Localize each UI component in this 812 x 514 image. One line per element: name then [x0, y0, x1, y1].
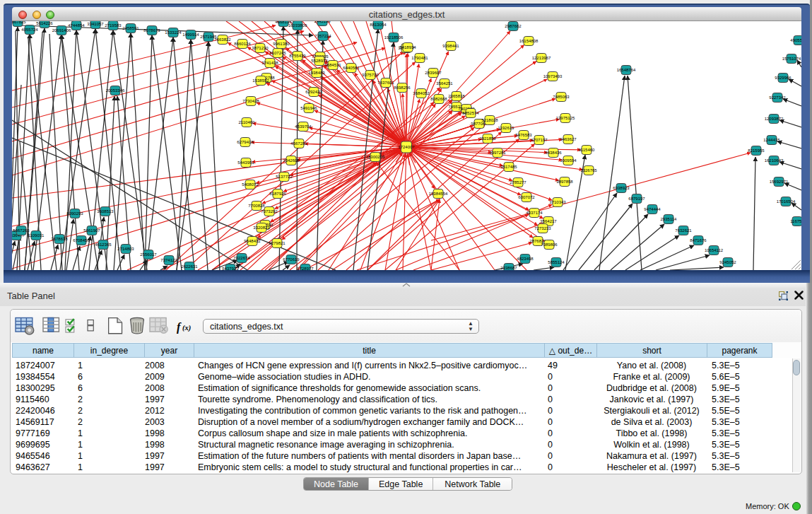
svg-text:7374122: 7374122: [160, 258, 177, 262]
svg-text:6440561: 6440561: [343, 66, 360, 70]
svg-text:4055724: 4055724: [21, 28, 38, 32]
svg-text:1109031: 1109031: [28, 233, 45, 238]
svg-text:5418934: 5418934: [399, 45, 416, 49]
svg-text:12093872: 12093872: [765, 117, 784, 121]
svg-text:5137722: 5137722: [276, 175, 293, 179]
svg-text:9398441: 9398441: [442, 44, 459, 48]
svg-text:5443951: 5443951: [237, 160, 254, 165]
svg-text:6879197: 6879197: [628, 197, 645, 201]
svg-text:8082668: 8082668: [430, 97, 447, 101]
svg-text:8471676: 8471676: [690, 238, 707, 243]
svg-text:15692971: 15692971: [770, 180, 789, 184]
svg-text:7485063: 7485063: [553, 95, 570, 99]
svg-text:2839607: 2839607: [425, 71, 442, 75]
svg-text:2785277: 2785277: [510, 180, 526, 185]
svg-text:8660124: 8660124: [234, 42, 251, 46]
svg-text:1538552: 1538552: [252, 78, 269, 83]
svg-text:10654112: 10654112: [705, 248, 724, 252]
svg-text:3997281: 3997281: [489, 151, 506, 155]
svg-text:7663822: 7663822: [214, 37, 231, 42]
svg-text:9227342: 9227342: [769, 95, 786, 100]
svg-text:1790481: 1790481: [411, 56, 428, 60]
svg-text:2935114: 2935114: [661, 217, 678, 221]
svg-text:(x): (x): [182, 324, 191, 332]
svg-text:3741438: 3741438: [261, 61, 278, 65]
svg-text:9375710: 9375710: [362, 73, 379, 77]
svg-text:3684052: 3684052: [413, 91, 430, 95]
svg-text:5855124: 5855124: [548, 260, 565, 264]
svg-text:9474444: 9474444: [644, 207, 661, 211]
svg-text:1533224: 1533224: [165, 30, 182, 35]
svg-text:5437923: 5437923: [222, 267, 239, 270]
svg-text:2987662: 2987662: [505, 24, 522, 28]
svg-text:19384554: 19384554: [429, 192, 448, 196]
svg-text:4612365: 4612365: [95, 243, 112, 247]
svg-text:17016504: 17016504: [777, 199, 796, 204]
svg-text:1938483: 1938483: [308, 71, 325, 75]
svg-text:1244415: 1244415: [763, 138, 780, 142]
svg-text:6708456: 6708456: [73, 238, 90, 243]
svg-text:9329966: 9329966: [775, 76, 792, 80]
svg-text:5491946: 5491946: [300, 106, 317, 110]
svg-text:3871230: 3871230: [252, 46, 269, 50]
svg-text:5408072: 5408072: [242, 182, 259, 187]
svg-text:3341057: 3341057: [87, 22, 104, 26]
svg-text:7357224: 7357224: [314, 34, 331, 38]
svg-text:16548764: 16548764: [617, 68, 636, 72]
svg-text:2921859: 2921859: [479, 136, 496, 141]
svg-text:7637601: 7637601: [377, 81, 394, 85]
svg-text:4823498: 4823498: [517, 257, 534, 261]
svg-text:20053346: 20053346: [106, 88, 125, 93]
svg-text:16210643: 16210643: [765, 158, 784, 163]
svg-text:8215955: 8215955: [748, 148, 765, 153]
svg-text:1445199: 1445199: [314, 21, 331, 23]
svg-text:9961380: 9961380: [273, 42, 290, 46]
svg-text:2338687: 2338687: [500, 266, 517, 270]
svg-text:13975125: 13975125: [556, 116, 575, 120]
svg-text:7632621: 7632621: [675, 228, 692, 233]
svg-text:6770619: 6770619: [283, 257, 300, 262]
svg-text:9279821: 9279821: [269, 241, 286, 245]
svg-text:1192619: 1192619: [498, 126, 515, 130]
svg-text:7022674: 7022674: [233, 256, 250, 260]
svg-text:3342608: 3342608: [283, 158, 300, 163]
svg-text:3608513: 3608513: [97, 209, 114, 214]
svg-text:6707197: 6707197: [531, 138, 548, 142]
svg-text:1724007: 1724007: [398, 145, 415, 149]
svg-text:8755439: 8755439: [289, 54, 306, 58]
svg-text:6279418: 6279418: [237, 140, 254, 144]
svg-text:5661907: 5661907: [83, 228, 100, 233]
svg-text:7730428: 7730428: [242, 99, 259, 103]
svg-text:16154808: 16154808: [519, 39, 539, 43]
svg-text:6292423: 6292423: [305, 90, 322, 94]
svg-text:2867825: 2867825: [12, 21, 26, 24]
svg-text:2065818: 2065818: [448, 94, 465, 98]
svg-text:1499914: 1499914: [182, 33, 199, 37]
svg-text:9115460: 9115460: [579, 148, 596, 152]
svg-text:19218506: 19218506: [384, 35, 404, 40]
svg-text:5476583: 5476583: [515, 133, 532, 137]
svg-text:4744854: 4744854: [68, 23, 85, 28]
svg-text:5107245: 5107245: [269, 51, 286, 55]
svg-text:2110460: 2110460: [239, 120, 256, 124]
svg-text:12213967: 12213967: [532, 56, 551, 60]
svg-text:1009594: 1009594: [560, 158, 577, 163]
svg-text:6007072: 6007072: [518, 195, 535, 199]
svg-text:8852574: 8852574: [462, 111, 479, 115]
svg-text:7089806: 7089806: [541, 243, 558, 247]
svg-text:2458591: 2458591: [122, 26, 139, 30]
svg-text:1326765: 1326765: [580, 168, 597, 173]
svg-text:9245052: 9245052: [719, 260, 736, 264]
svg-text:2714803: 2714803: [117, 247, 134, 251]
svg-text:16033809: 16033809: [288, 23, 307, 28]
svg-text:20691406: 20691406: [52, 28, 71, 33]
svg-text:4684531: 4684531: [324, 63, 341, 67]
svg-text:3678638: 3678638: [51, 237, 68, 241]
svg-text:7073292: 7073292: [261, 209, 278, 214]
svg-text:18300295: 18300295: [366, 155, 385, 159]
svg-text:4337174: 4337174: [526, 211, 543, 215]
svg-text:8187926: 8187926: [269, 192, 286, 196]
svg-text:3564251: 3564251: [436, 81, 453, 86]
svg-text:4539704: 4539704: [295, 124, 312, 129]
svg-text:1728977: 1728977: [297, 267, 314, 270]
